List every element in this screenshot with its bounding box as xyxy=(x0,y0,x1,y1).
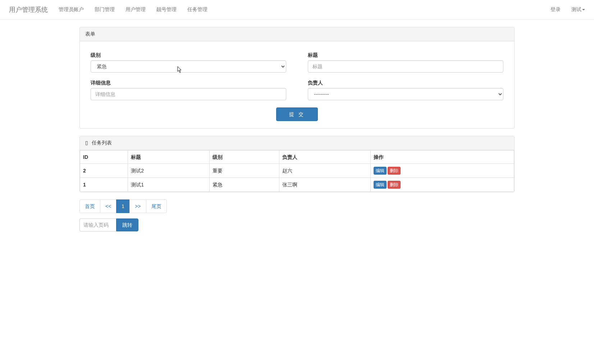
cell-title: 测试1 xyxy=(128,178,210,192)
level-label: 级别 xyxy=(91,52,286,59)
page-first[interactable]: 首页 xyxy=(79,199,100,213)
form-panel: 表单 级别 紧急 标题 详细信息 xyxy=(79,27,515,129)
submit-button[interactable]: 提 交 xyxy=(276,107,318,121)
owner-select[interactable]: --------- xyxy=(308,88,503,100)
pagination: 首页 << 1 >> 尾页 xyxy=(79,199,167,213)
page-prev[interactable]: << xyxy=(100,199,116,213)
delete-button[interactable]: 删除 xyxy=(388,167,401,175)
table-row: 2 测试2 重要 赵六 编辑 删除 xyxy=(80,164,514,178)
page-jump-input[interactable] xyxy=(79,218,116,231)
navbar: 用户管理系统 管理员账户 部门管理 用户管理 靓号管理 任务管理 登录 测试 xyxy=(0,0,594,20)
col-actions: 操作 xyxy=(370,151,514,164)
nav-user-dropdown[interactable]: 测试 xyxy=(566,1,590,18)
list-icon: ▯ xyxy=(85,140,88,146)
pagination-wrap: 首页 << 1 >> 尾页 跳转 xyxy=(79,199,515,231)
navbar-nav-right: 登录 测试 xyxy=(545,1,590,18)
cell-level: 重要 xyxy=(210,164,279,178)
form-panel-heading: 表单 xyxy=(80,27,514,41)
owner-label: 负责人 xyxy=(308,80,503,86)
list-panel-title: 任务列表 xyxy=(92,140,112,146)
cell-title: 测试2 xyxy=(128,164,210,178)
delete-button[interactable]: 删除 xyxy=(388,181,401,189)
table-row: 1 测试1 紧急 张三啊 编辑 删除 xyxy=(80,178,514,192)
cell-id: 2 xyxy=(80,164,128,178)
detail-input[interactable] xyxy=(91,88,286,100)
nav-admin-accounts[interactable]: 管理员账户 xyxy=(53,1,89,18)
col-title: 标题 xyxy=(128,151,210,164)
nav-user-mgmt[interactable]: 用户管理 xyxy=(120,1,151,18)
title-label: 标题 xyxy=(308,52,503,59)
col-owner: 负责人 xyxy=(279,151,370,164)
task-table: ID 标题 级别 负责人 操作 2 测试2 重要 赵六 编辑 删除 xyxy=(80,150,514,192)
edit-button[interactable]: 编辑 xyxy=(374,167,387,175)
cell-id: 1 xyxy=(80,178,128,192)
list-panel: ▯ 任务列表 ID 标题 级别 负责人 操作 2 测试2 重要 赵六 xyxy=(79,136,515,192)
page-last[interactable]: 尾页 xyxy=(146,199,167,213)
page-current[interactable]: 1 xyxy=(116,199,130,213)
page-jump: 跳转 xyxy=(79,218,515,231)
navbar-brand[interactable]: 用户管理系统 xyxy=(4,0,53,19)
list-panel-heading: ▯ 任务列表 xyxy=(80,136,514,150)
chevron-down-icon xyxy=(582,9,585,10)
navbar-nav-left: 管理员账户 部门管理 用户管理 靓号管理 任务管理 xyxy=(53,1,213,18)
level-select[interactable]: 紧急 xyxy=(91,60,286,73)
nav-pretty-number-mgmt[interactable]: 靓号管理 xyxy=(151,1,182,18)
col-id: ID xyxy=(80,151,128,164)
title-input[interactable] xyxy=(308,60,503,73)
nav-task-mgmt[interactable]: 任务管理 xyxy=(182,1,213,18)
cell-actions: 编辑 删除 xyxy=(370,178,514,192)
col-level: 级别 xyxy=(210,151,279,164)
cell-level: 紧急 xyxy=(210,178,279,192)
nav-user-dropdown-label: 测试 xyxy=(571,6,581,12)
nav-department-mgmt[interactable]: 部门管理 xyxy=(89,1,120,18)
cell-owner: 赵六 xyxy=(279,164,370,178)
detail-label: 详细信息 xyxy=(91,80,286,86)
page-jump-button[interactable]: 跳转 xyxy=(116,218,138,231)
nav-login[interactable]: 登录 xyxy=(545,1,566,18)
cell-actions: 编辑 删除 xyxy=(370,164,514,178)
cell-owner: 张三啊 xyxy=(279,178,370,192)
page-next[interactable]: >> xyxy=(129,199,146,213)
edit-button[interactable]: 编辑 xyxy=(374,181,387,189)
